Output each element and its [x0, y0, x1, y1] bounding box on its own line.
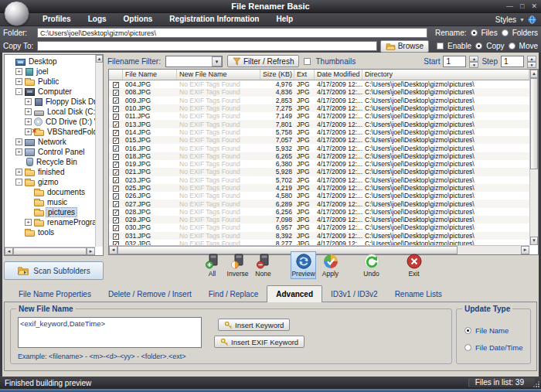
file-row[interactable]: 009.JPGNo EXIF Tags Found2,853JPG4/17/20…	[109, 97, 529, 104]
menu-options[interactable]: Options	[115, 13, 162, 26]
row-checkbox[interactable]	[113, 217, 119, 223]
expand-icon[interactable]: +	[25, 98, 32, 105]
checkbox-column-header[interactable]	[109, 70, 123, 80]
move-radio[interactable]	[509, 43, 515, 49]
scroll-left-icon[interactable]: ◄	[109, 246, 117, 254]
file-row[interactable]: 016.JPGNo EXIF Tags Found5,932JPG4/17/20…	[109, 144, 529, 152]
tree-item-recycle-bin[interactable]: Recycle Bin	[5, 157, 95, 167]
tree-horizontal-scrollbar[interactable]: ◄ ►	[5, 247, 95, 255]
update-filename-radio[interactable]	[464, 327, 471, 334]
expand-icon[interactable]: +	[15, 138, 22, 145]
row-checkbox[interactable]	[113, 121, 119, 128]
copy-radio[interactable]	[475, 43, 482, 49]
row-checkbox[interactable]	[113, 210, 119, 216]
tree-vertical-scrollbar[interactable]: ▲	[95, 55, 103, 247]
file-row[interactable]: 004.JPGNo EXIF Tags Found4,976JPG4/17/20…	[109, 80, 529, 88]
expand-icon[interactable]: +	[25, 128, 32, 135]
file-row[interactable]: 025.JPGNo EXIF Tags Found4,219JPG4/17/20…	[109, 184, 529, 192]
row-checkbox[interactable]	[113, 82, 119, 88]
file-row[interactable]: 010.JPGNo EXIF Tags Found7,275JPG4/17/20…	[109, 104, 529, 112]
tree-item-network[interactable]: +Network	[5, 137, 95, 147]
apply-button[interactable]: Apply	[318, 251, 343, 279]
row-checkbox[interactable]	[113, 186, 119, 192]
expand-icon[interactable]: +	[25, 118, 32, 125]
tree-item-music[interactable]: music	[5, 197, 95, 207]
rename-folders-radio[interactable]	[502, 29, 509, 36]
scroll-down-icon[interactable]: ▼	[530, 237, 538, 245]
scroll-up-icon[interactable]: ▲	[530, 70, 538, 78]
expand-icon[interactable]: +	[15, 169, 22, 176]
tree-item-finished[interactable]: +finished	[5, 167, 95, 177]
row-checkbox[interactable]	[113, 177, 119, 183]
folder-path-input[interactable]	[37, 28, 427, 38]
update-filedate-radio[interactable]	[464, 344, 471, 351]
row-checkbox[interactable]	[113, 97, 119, 104]
tree-item-pictures[interactable]: pictures	[5, 207, 95, 217]
tree-item-public[interactable]: +Public	[5, 77, 95, 87]
file-row[interactable]: 026.JPGNo EXIF Tags Found4,580JPG4/17/20…	[109, 192, 529, 199]
thumbnails-checkbox[interactable]	[304, 58, 311, 65]
file-row[interactable]: 014.JPGNo EXIF Tags Found5,758JPG4/17/20…	[109, 128, 529, 136]
row-checkbox[interactable]	[113, 130, 119, 136]
column-header-file-name[interactable]: File Name	[123, 70, 177, 80]
tree-item-renameprograms[interactable]: +renamePrograms	[5, 217, 95, 227]
scrollbar-thumb[interactable]	[530, 78, 538, 169]
close-button[interactable]: ✕	[531, 1, 537, 12]
enable-checkbox[interactable]	[437, 43, 444, 49]
menu-help[interactable]: Help	[267, 13, 301, 26]
table-vertical-scrollbar[interactable]: ▲ ▼	[529, 70, 538, 245]
row-checkbox[interactable]	[113, 162, 119, 168]
scroll-up-icon[interactable]: ▲	[96, 55, 103, 63]
scan-subfolders-button[interactable]: Scan Subfolders	[4, 261, 104, 280]
tree-item-vbsharedfolder-vboxsvr-z[interactable]: +VBSharedFolder (\\vboxsvr) (Z	[5, 127, 95, 137]
tree-item-local-disk-c[interactable]: +Local Disk (C:)	[5, 107, 95, 117]
tree-item-desktop[interactable]: Desktop	[5, 56, 95, 66]
expand-icon[interactable]: +	[15, 68, 22, 75]
new-file-name-input[interactable]: <exif_keyword,DateTime>	[18, 317, 202, 348]
maximize-button[interactable]: □	[520, 1, 524, 12]
row-checkbox[interactable]	[113, 90, 119, 96]
scroll-right-icon[interactable]: ►	[87, 247, 95, 255]
exit-button[interactable]: Exit	[401, 251, 427, 279]
start-spinner[interactable]: ▲▼	[469, 56, 478, 67]
file-row[interactable]: 008.JPGNo EXIF Tags Found4,836JPG4/17/20…	[109, 88, 529, 96]
scroll-right-icon[interactable]: ►	[521, 246, 529, 254]
row-checkbox[interactable]	[113, 106, 119, 112]
row-checkbox[interactable]	[113, 169, 119, 176]
step-input[interactable]: 1	[501, 56, 524, 67]
tree-item-joel[interactable]: +joel	[5, 66, 95, 77]
row-checkbox[interactable]	[113, 233, 119, 240]
file-row[interactable]: 028.JPGNo EXIF Tags Found6,256JPG4/17/20…	[109, 208, 529, 216]
insert-keyword-button[interactable]: Insert Keyword	[218, 319, 290, 331]
file-row[interactable]: 019.JPGNo EXIF Tags Found6,380JPG4/17/20…	[109, 160, 529, 168]
row-checkbox[interactable]	[113, 225, 119, 231]
file-row[interactable]: 015.JPGNo EXIF Tags Found7,057JPG4/17/20…	[109, 136, 529, 144]
all-button[interactable]: All	[199, 251, 225, 279]
browse-button[interactable]: Browse	[380, 40, 429, 53]
row-checkbox[interactable]	[113, 193, 119, 199]
minimize-button[interactable]: —	[506, 1, 513, 12]
preview-button[interactable]: Preview	[291, 251, 316, 279]
collapse-icon[interactable]: -	[15, 179, 22, 186]
row-checkbox[interactable]	[113, 201, 119, 207]
tree-item-floppy-disk-drive-a[interactable]: +Floppy Disk Drive (A:)	[5, 97, 95, 107]
column-header-new-file-name[interactable]: New File Name	[177, 70, 260, 80]
tree-item-computer[interactable]: -Computer	[5, 87, 95, 97]
scroll-left-icon[interactable]: ◄	[5, 247, 13, 255]
dropdown-arrow-icon[interactable]: ▼	[212, 56, 222, 66]
resize-grip-icon[interactable]	[532, 380, 539, 387]
inverse-button[interactable]: Inverse	[225, 251, 250, 279]
expand-icon[interactable]: +	[15, 78, 22, 85]
filename-filter-dropdown[interactable]: ▼	[165, 56, 223, 67]
tree-item-gizmo[interactable]: -gizmo	[5, 177, 95, 187]
styles-dropdown[interactable]: Styles ▼	[495, 13, 536, 26]
file-row[interactable]: 027.JPGNo EXIF Tags Found6,289JPG4/17/20…	[109, 199, 529, 207]
start-input[interactable]: 1	[443, 56, 466, 67]
tree-item-control-panel[interactable]: +Control Panel	[5, 147, 95, 157]
file-row[interactable]: 032.JPGNo EXIF Tags Found8,277JPG4/17/20…	[109, 240, 529, 245]
row-checkbox[interactable]	[113, 145, 119, 152]
row-checkbox[interactable]	[113, 114, 119, 120]
expand-icon[interactable]: +	[25, 108, 32, 115]
menu-profiles[interactable]: Profiles	[34, 13, 80, 26]
menu-registration-information[interactable]: Registration Information	[161, 13, 267, 26]
